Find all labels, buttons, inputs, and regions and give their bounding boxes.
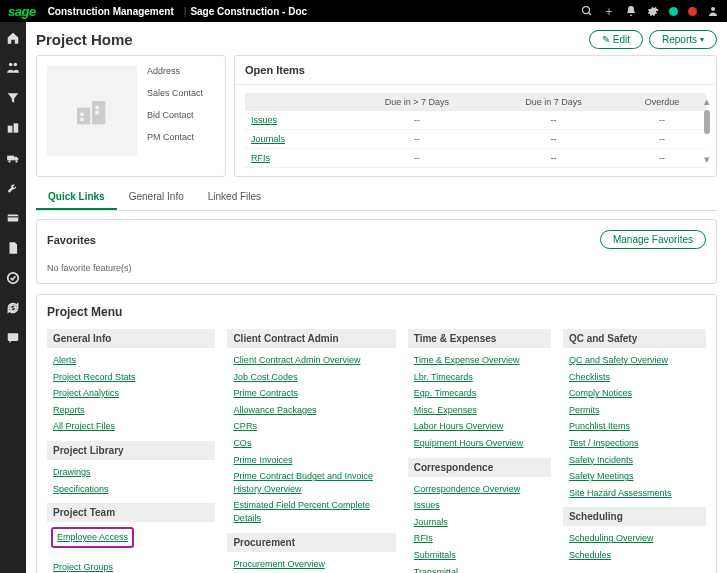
scroll-thumb[interactable]: [704, 110, 710, 134]
menu-link[interactable]: Transmittal: [408, 564, 551, 573]
menu-link[interactable]: Correspondence Overview: [408, 481, 551, 498]
status-dot-online[interactable]: [669, 7, 678, 16]
svg-rect-16: [80, 113, 83, 116]
menu-link[interactable]: Reports: [47, 402, 215, 419]
menu-link[interactable]: Project Groups: [47, 559, 215, 573]
section-header: Scheduling: [563, 507, 706, 526]
menu-link[interactable]: Estimated Field Percent Complete Details: [227, 497, 395, 526]
brand-logo[interactable]: sage: [8, 4, 36, 19]
filter-icon[interactable]: [3, 88, 23, 108]
truck-icon[interactable]: [3, 148, 23, 168]
favorites-empty: No favorite feature(s): [47, 263, 706, 273]
edit-button[interactable]: ✎Edit: [589, 30, 643, 49]
menu-link[interactable]: Project Analytics: [47, 385, 215, 402]
tool-icon[interactable]: [3, 178, 23, 198]
check-icon[interactable]: [3, 268, 23, 288]
menu-column: General InfoAlertsProject Record StatsPr…: [47, 329, 215, 573]
menu-link[interactable]: Project Record Stats: [47, 369, 215, 386]
menu-link[interactable]: Eqp. Timecards: [408, 385, 551, 402]
home-icon[interactable]: [3, 28, 23, 48]
menu-link[interactable]: Prime Invoices: [227, 452, 395, 469]
menu-link[interactable]: Prime Contract Budget and Invoice Histor…: [227, 468, 395, 497]
bell-icon[interactable]: [625, 5, 637, 17]
tab-quick-links[interactable]: Quick Links: [36, 185, 117, 210]
svg-rect-18: [95, 106, 98, 109]
menu-link[interactable]: Safety Incidents: [563, 452, 706, 469]
scroll-up-icon[interactable]: ▴: [704, 95, 710, 108]
menu-link[interactable]: Submittals: [408, 547, 551, 564]
svg-line-1: [589, 13, 592, 16]
menu-link[interactable]: Specifications: [47, 481, 215, 498]
table-row: RFIs------: [245, 149, 706, 168]
menu-link[interactable]: Drawings: [47, 464, 215, 481]
section-header: Project Team: [47, 503, 215, 522]
menu-link[interactable]: Lbr. Timecards: [408, 369, 551, 386]
refresh-icon[interactable]: [3, 298, 23, 318]
menu-link[interactable]: RFIs: [408, 530, 551, 547]
menu-link[interactable]: Labor Hours Overview: [408, 418, 551, 435]
manage-favorites-button[interactable]: Manage Favorites: [600, 230, 706, 249]
team-icon[interactable]: [3, 58, 23, 78]
placeholder-image: [47, 66, 137, 156]
menu-link[interactable]: Issues: [408, 497, 551, 514]
scroll-down-icon[interactable]: ▾: [704, 153, 710, 166]
scrollbar[interactable]: ▴ ▾: [702, 95, 712, 166]
svg-point-0: [583, 7, 590, 14]
building-icon[interactable]: [3, 118, 23, 138]
table-row: Journals------: [245, 130, 706, 149]
section-header: Project Library: [47, 441, 215, 460]
topbar-link[interactable]: Construction Management: [48, 6, 174, 17]
chat-icon[interactable]: [3, 328, 23, 348]
page-title: Project Home: [36, 31, 133, 48]
contact-field-label: Bid Contact: [147, 110, 203, 120]
svg-rect-5: [8, 126, 13, 133]
svg-rect-6: [14, 123, 19, 132]
user-icon[interactable]: [707, 5, 719, 17]
menu-link[interactable]: All Project Files: [47, 418, 215, 435]
open-items-card: Open Items Due in > 7 Days Due in 7 Days…: [234, 55, 717, 177]
menu-link[interactable]: Test / Inspections: [563, 435, 706, 452]
status-dot-alert[interactable]: [688, 7, 697, 16]
menu-link[interactable]: Equipment Hours Overview: [408, 435, 551, 452]
plus-icon[interactable]: ＋: [603, 3, 615, 20]
menu-column: Client Contract AdminClient Contract Adm…: [227, 329, 395, 573]
left-sidebar: [0, 22, 26, 573]
menu-link[interactable]: Punchlist Items: [563, 418, 706, 435]
menu-link[interactable]: Comply Notices: [563, 385, 706, 402]
menu-link[interactable]: Employee Access: [55, 530, 130, 545]
section-header: Correspondence: [408, 458, 551, 477]
menu-link[interactable]: Checklists: [563, 369, 706, 386]
topbar-link[interactable]: Sage Construction - Doc: [190, 6, 307, 17]
menu-link[interactable]: Schedules: [563, 547, 706, 564]
section-header: Time & Expenses: [408, 329, 551, 348]
reports-button[interactable]: Reports▾: [649, 30, 717, 49]
menu-link[interactable]: CPRs: [227, 418, 395, 435]
menu-link[interactable]: COs: [227, 435, 395, 452]
tab-linked-files[interactable]: Linked Files: [196, 185, 273, 210]
open-items-link[interactable]: Journals: [251, 134, 285, 144]
menu-link[interactable]: Job Cost Codes: [227, 369, 395, 386]
open-items-link[interactable]: Issues: [251, 115, 277, 125]
open-items-table: Due in > 7 Days Due in 7 Days Overdue Is…: [245, 93, 706, 168]
menu-link[interactable]: Journals: [408, 514, 551, 531]
menu-link[interactable]: Time & Expense Overview: [408, 352, 551, 369]
menu-link[interactable]: Alerts: [47, 352, 215, 369]
search-icon[interactable]: [581, 5, 593, 17]
svg-rect-14: [77, 108, 90, 125]
gear-icon[interactable]: [647, 5, 659, 17]
menu-link[interactable]: Client Contract Admin Overview: [227, 352, 395, 369]
menu-link[interactable]: QC and Safety Overview: [563, 352, 706, 369]
menu-link[interactable]: Safety Meetings: [563, 468, 706, 485]
menu-link[interactable]: Site Hazard Assessments: [563, 485, 706, 502]
tab-general-info[interactable]: General Info: [117, 185, 196, 210]
open-items-link[interactable]: RFIs: [251, 153, 270, 163]
menu-link[interactable]: Scheduling Overview: [563, 530, 706, 547]
menu-link[interactable]: Prime Contracts: [227, 385, 395, 402]
menu-link[interactable]: Allowance Packages: [227, 402, 395, 419]
menu-link[interactable]: Procurement Overview: [227, 556, 395, 573]
menu-link[interactable]: Permits: [563, 402, 706, 419]
menu-link[interactable]: Misc. Expenses: [408, 402, 551, 419]
card-icon[interactable]: [3, 208, 23, 228]
doc-icon[interactable]: [3, 238, 23, 258]
svg-point-3: [9, 63, 12, 67]
